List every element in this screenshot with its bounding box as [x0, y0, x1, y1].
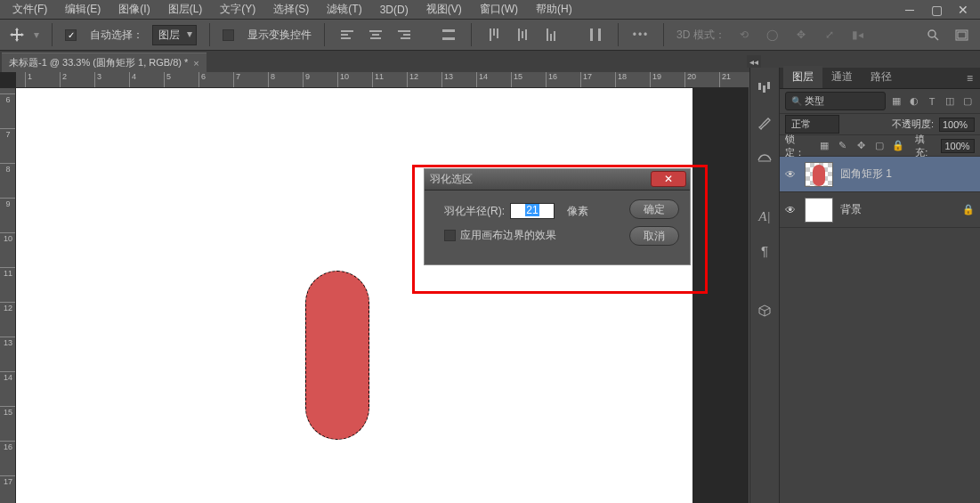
layer-name[interactable]: 背景: [840, 202, 862, 217]
lock-all-icon[interactable]: 🔒: [892, 139, 905, 153]
lock-image-icon[interactable]: ✎: [836, 139, 849, 153]
align-right-icon[interactable]: [394, 25, 414, 45]
layer-name[interactable]: 圆角矩形 1: [840, 166, 892, 182]
3d-camera-icon[interactable]: ▮◂: [848, 25, 868, 45]
3d-roll-icon[interactable]: ◯: [763, 25, 782, 45]
svg-line-23: [935, 37, 938, 40]
adjustments-panel-icon[interactable]: [755, 78, 774, 98]
distribute-v-icon[interactable]: [586, 25, 605, 45]
auto-select-dropdown[interactable]: 图层: [152, 25, 197, 45]
document-tab[interactable]: 未标题-1 @ 33.3% (圆角矩形 1, RGB/8) * ×: [2, 53, 207, 72]
opacity-input[interactable]: 100%: [939, 118, 975, 132]
svg-rect-18: [550, 34, 552, 41]
lock-artboard-icon[interactable]: ▢: [873, 139, 887, 153]
auto-select-checkbox[interactable]: [65, 29, 77, 41]
close-button[interactable]: ✕: [950, 2, 976, 18]
layer-filter-bar: 类型 ▦ ◐ T ◫ ▢: [780, 89, 980, 114]
layer-row-background[interactable]: 👁 背景 🔒: [780, 192, 980, 228]
svg-rect-4: [372, 34, 379, 36]
menu-edit[interactable]: 编辑(E): [56, 0, 109, 20]
paragraph-panel-icon[interactable]: ¶: [755, 240, 774, 260]
svg-rect-3: [369, 30, 382, 32]
filter-shape-icon[interactable]: ◫: [943, 94, 957, 109]
menu-help[interactable]: 帮助(H): [527, 0, 581, 20]
filter-pixel-icon[interactable]: ▦: [889, 94, 903, 109]
canvas[interactable]: X1网 system.com 羽化选区 ✕ 羽化半径(R): 21 像素: [16, 88, 692, 503]
canvas-effect-label: 应用画布边界的效果: [460, 228, 556, 243]
menu-type[interactable]: 文字(Y): [211, 0, 264, 20]
panel-menu-icon[interactable]: ≡: [960, 69, 980, 88]
filter-smart-icon[interactable]: ▢: [960, 94, 975, 109]
menu-window[interactable]: 窗口(W): [471, 0, 527, 20]
layer-thumbnail[interactable]: [805, 198, 833, 223]
fill-input[interactable]: 100%: [941, 139, 975, 153]
dialog-close-button[interactable]: ✕: [651, 171, 686, 187]
align-left-icon[interactable]: [337, 25, 357, 45]
ruler-vertical: 67891011121314151617: [0, 88, 16, 503]
blend-mode-dropdown[interactable]: 正常: [785, 115, 839, 134]
canvas-effect-checkbox[interactable]: [444, 230, 456, 241]
cancel-button[interactable]: 取消: [629, 226, 679, 246]
menu-filter[interactable]: 滤镜(T): [318, 0, 370, 20]
svg-rect-25: [958, 32, 966, 38]
svg-rect-14: [518, 28, 520, 41]
feather-dialog[interactable]: 羽化选区 ✕ 羽化半径(R): 21 像素 应用画布边界的效果 确定 取消: [424, 168, 691, 265]
character-panel-icon[interactable]: A|: [755, 207, 774, 226]
filter-type-icon[interactable]: T: [925, 94, 939, 109]
rounded-rectangle-shape[interactable]: [305, 271, 369, 440]
tab-layers[interactable]: 图层: [783, 66, 822, 88]
3d-pan-icon[interactable]: ✥: [791, 25, 811, 45]
menu-3d[interactable]: 3D(D): [371, 1, 417, 19]
3d-orbit-icon[interactable]: ⟲: [734, 25, 754, 45]
panel-collapse-icon[interactable]: ◂◂: [747, 55, 761, 68]
svg-rect-9: [442, 29, 455, 32]
dialog-title: 羽化选区: [430, 172, 473, 187]
3d-slide-icon[interactable]: ⤢: [820, 25, 839, 45]
align-center-icon[interactable]: [366, 25, 385, 45]
dialog-titlebar[interactable]: 羽化选区 ✕: [425, 169, 690, 191]
search-icon[interactable]: [923, 25, 943, 45]
collapsed-panel-strip: A| ¶: [749, 68, 780, 503]
radius-label: 羽化半径(R):: [444, 204, 505, 219]
visibility-toggle-icon[interactable]: 👁: [785, 204, 798, 216]
layer-thumbnail[interactable]: [805, 162, 833, 187]
menu-view[interactable]: 视图(V): [417, 0, 471, 20]
tab-close-icon[interactable]: ×: [193, 58, 198, 69]
menu-select[interactable]: 选择(S): [264, 0, 318, 20]
distribute-icon[interactable]: [439, 25, 458, 45]
svg-rect-11: [490, 28, 491, 41]
3d-panel-icon[interactable]: [755, 301, 774, 320]
styles-panel-icon[interactable]: [755, 146, 774, 166]
align-middle-icon[interactable]: [513, 25, 532, 45]
move-tool-icon[interactable]: [9, 27, 25, 43]
visibility-toggle-icon[interactable]: 👁: [785, 168, 798, 181]
svg-rect-16: [525, 29, 527, 40]
layers-panel: 图层 通道 路径 ≡ 类型 ▦ ◐ T ◫ ▢ 正常 不透明度: 100% 锁定…: [780, 68, 980, 503]
menu-bar: 文件(F) 编辑(E) 图像(I) 图层(L) 文字(Y) 选择(S) 滤镜(T…: [0, 0, 980, 20]
maximize-button[interactable]: ▢: [923, 2, 950, 18]
svg-rect-2: [341, 37, 351, 39]
minimize-button[interactable]: ─: [896, 2, 923, 18]
lock-position-icon[interactable]: ✥: [854, 139, 868, 153]
workspace: 123456789101112131415161718192021 678910…: [0, 72, 749, 503]
filter-type-dropdown[interactable]: 类型: [785, 92, 886, 110]
menu-file[interactable]: 文件(F): [4, 0, 56, 20]
tab-channels[interactable]: 通道: [822, 66, 862, 88]
show-transform-checkbox[interactable]: [223, 29, 234, 41]
menu-image[interactable]: 图像(I): [109, 0, 158, 20]
tab-paths[interactable]: 路径: [862, 66, 901, 88]
layer-row-shape[interactable]: 👁 圆角矩形 1: [780, 157, 980, 192]
align-top-icon[interactable]: [484, 25, 504, 45]
svg-rect-0: [341, 30, 353, 32]
lock-transparency-icon[interactable]: ▦: [817, 139, 830, 153]
svg-rect-5: [370, 37, 381, 39]
menu-layer[interactable]: 图层(L): [159, 0, 212, 20]
frame-icon[interactable]: [952, 25, 971, 45]
svg-rect-19: [554, 31, 555, 41]
more-icon[interactable]: •••: [631, 25, 651, 45]
ok-button[interactable]: 确定: [629, 199, 679, 219]
brushes-panel-icon[interactable]: [755, 112, 774, 132]
radius-input[interactable]: 21: [510, 203, 555, 219]
align-bottom-icon[interactable]: [541, 25, 561, 45]
filter-adjust-icon[interactable]: ◐: [907, 94, 921, 109]
